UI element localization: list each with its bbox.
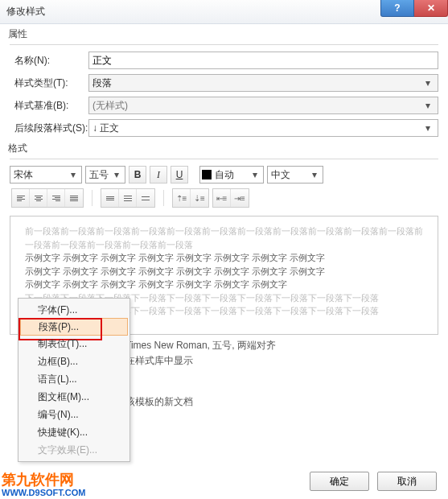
chevron-down-icon: ▾ [110, 169, 123, 180]
fontname-select[interactable]: 宋体 ▾ [10, 166, 82, 184]
preview-sample: 示例文字 示例文字 示例文字 示例文字 示例文字 示例文字 示例文字 示例文字 [25, 251, 423, 265]
watermark-brand: 第九软件网 [2, 472, 74, 488]
styletype-select[interactable]: 段落 ▾ [88, 74, 438, 92]
color-swatch-icon [202, 170, 212, 179]
chevron-down-icon: ▾ [308, 169, 321, 180]
language-value: 中文 [271, 168, 290, 182]
indent-icon: ⇥≡ [234, 194, 245, 203]
fontcolor-value: 自动 [215, 168, 245, 182]
outdent-icon: ⇤≡ [216, 194, 228, 203]
align-buttons [11, 188, 84, 208]
linespacing-2-button[interactable] [137, 189, 154, 207]
preview-sample: 示例文字 示例文字 示例文字 示例文字 示例文字 示例文字 示例文字 示例文字 [25, 265, 423, 278]
preview-prev-para: 前一段落前一段落前一段落前一段落前一段落前一段落前一段落前一段落前一段落前一段落… [25, 225, 423, 251]
spacing-para-buttons: ⇡≡ ⇣≡ [172, 188, 209, 208]
space-before-inc-button[interactable]: ⇡≡ [173, 189, 191, 207]
name-input[interactable] [88, 52, 438, 69]
menu-font[interactable]: 字体(F)... [20, 301, 128, 319]
para-space-icon: ⇡≡ [176, 194, 187, 203]
fontsize-value: 五号 [89, 168, 109, 182]
linespacing-1-button[interactable] [101, 189, 119, 207]
menu-border[interactable]: 边框(B)... [20, 353, 128, 370]
chevron-down-icon: ▾ [249, 169, 261, 180]
menu-tabs[interactable]: 制表位(T)... [20, 335, 128, 353]
stylebase-value: (无样式) [92, 99, 128, 113]
align-justify-button[interactable] [65, 189, 83, 207]
styletype-value: 段落 [92, 76, 112, 90]
align-center-button[interactable] [30, 189, 47, 207]
nextstyle-select[interactable]: ↓ 正文 ▾ [88, 119, 438, 137]
italic-button[interactable]: I [150, 166, 167, 184]
label-stylebase: 样式基准(B): [10, 99, 88, 113]
desc-line: 在样式库中显示 [125, 353, 438, 369]
menu-texteffects[interactable]: 文字效果(E)... [20, 441, 128, 459]
titlebar: 修改样式 ? ✕ [0, 0, 448, 24]
space-before-dec-button[interactable]: ⇣≡ [191, 189, 208, 207]
chevron-down-icon: ▾ [421, 77, 434, 89]
fontsize-select[interactable]: 五号 ▾ [85, 166, 125, 184]
window-buttons: ? ✕ [380, 0, 448, 17]
desc-line: 该模板的新文档 [125, 394, 438, 410]
chevron-down-icon: ▾ [421, 122, 434, 134]
group-properties: 属性 [8, 27, 438, 41]
indent-buttons: ⇤≡ ⇥≡ [212, 188, 249, 208]
format-toolbar: 宋体 ▾ 五号 ▾ B I U 自动 ▾ 中文 ▾ [10, 166, 438, 184]
preview-sample: 示例文字 示例文字 示例文字 示例文字 示例文字 示例文字 示例文字 [25, 278, 423, 291]
linespacing-15-button[interactable] [119, 189, 137, 207]
chevron-down-icon: ▾ [421, 100, 434, 111]
separator [92, 190, 92, 206]
menu-numbering[interactable]: 编号(N)... [20, 406, 128, 423]
label-styletype: 样式类型(T): [10, 76, 88, 90]
group-format: 格式 [8, 142, 438, 155]
fontname-value: 宋体 [14, 168, 33, 182]
dialog-footer: 确定 取消 [310, 472, 437, 491]
cancel-button[interactable]: 取消 [377, 472, 437, 491]
divider [10, 44, 438, 45]
indent-decrease-button[interactable]: ⇤≡ [213, 189, 231, 207]
format-context-menu: 字体(F)... 段落(P)... 制表位(T)... 边框(B)... 语言(… [18, 298, 130, 462]
window-title: 修改样式 [6, 5, 45, 19]
paragraph-toolbar: ⇡≡ ⇣≡ ⇤≡ ⇥≡ [10, 188, 438, 208]
spacing-buttons [101, 188, 155, 208]
indent-increase-button[interactable]: ⇥≡ [231, 189, 249, 207]
watermark-url: WWW.D9SOFT.COM [2, 488, 86, 497]
bold-button[interactable]: B [129, 166, 146, 184]
menu-language[interactable]: 语言(L)... [20, 370, 128, 388]
label-name: 名称(N): [10, 54, 88, 68]
chevron-down-icon: ▾ [67, 169, 80, 180]
label-nextstyle: 后续段落样式(S): [10, 122, 88, 135]
align-right-button[interactable] [47, 189, 65, 207]
close-button[interactable]: ✕ [414, 0, 448, 17]
fontcolor-select[interactable]: 自动 ▾ [199, 166, 264, 184]
divider [10, 159, 438, 159]
watermark: 第九软件网 WWW.D9SOFT.COM [2, 470, 86, 497]
menu-shortcut[interactable]: 快捷键(K)... [20, 423, 128, 441]
menu-frame[interactable]: 图文框(M)... [20, 388, 128, 406]
help-button[interactable]: ? [380, 0, 414, 17]
nextstyle-value: ↓ 正文 [92, 122, 119, 135]
language-select[interactable]: 中文 ▾ [267, 166, 323, 184]
desc-line: Times New Roman, 五号, 两端对齐 [125, 338, 438, 353]
ok-button[interactable]: 确定 [310, 472, 369, 491]
menu-paragraph[interactable]: 段落(P)... [20, 318, 128, 336]
underline-button[interactable]: U [171, 166, 188, 184]
stylebase-select[interactable]: (无样式) ▾ [88, 97, 438, 114]
para-space-icon: ⇣≡ [194, 194, 205, 203]
separator [163, 190, 164, 206]
align-left-button[interactable] [12, 189, 30, 207]
